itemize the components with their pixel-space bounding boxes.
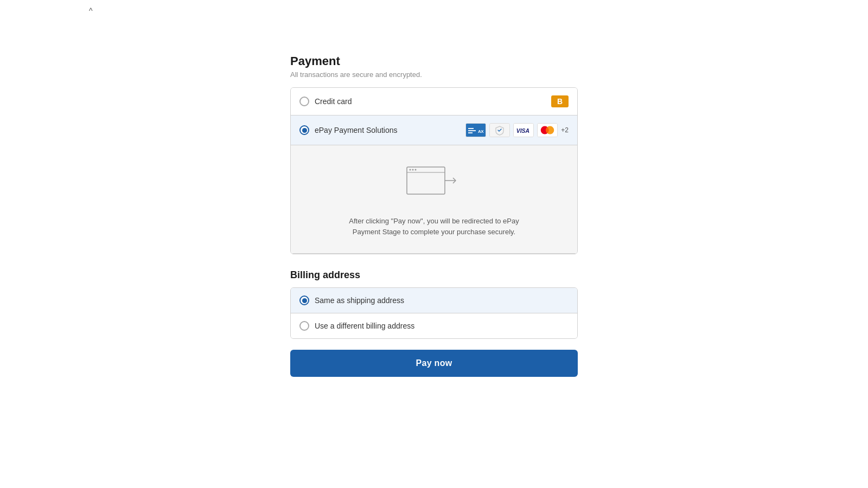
svg-point-13 <box>410 169 411 171</box>
same-shipping-radio[interactable] <box>299 296 309 305</box>
shield-icon <box>489 123 510 137</box>
same-as-shipping-option[interactable]: Same as shipping address <box>291 288 577 313</box>
visa-icon: VISA <box>513 123 534 137</box>
amex-icon: AX <box>465 123 486 137</box>
billing-options-container: Same as shipping address Use a different… <box>290 287 578 339</box>
svg-rect-11 <box>407 167 445 194</box>
different-billing-label: Use a different billing address <box>315 322 414 330</box>
b-icon-label: B <box>557 97 563 106</box>
epay-icons: AX VISA <box>465 123 569 137</box>
svg-rect-1 <box>468 128 474 129</box>
back-arrow-button[interactable]: ^ <box>87 4 95 17</box>
redirect-text: After clicking "Pay now", you will be re… <box>349 216 519 237</box>
different-billing-radio[interactable] <box>299 321 309 331</box>
browser-icon <box>401 162 467 205</box>
same-shipping-label: Same as shipping address <box>315 296 404 305</box>
credit-card-option[interactable]: Credit card B <box>291 88 577 115</box>
redirect-graphic <box>401 162 467 207</box>
b-icon: B <box>551 95 569 107</box>
redirect-line2: Payment Stage to complete your purchase … <box>353 228 515 236</box>
redirect-line1: After clicking "Pay now", you will be re… <box>349 217 519 225</box>
svg-rect-2 <box>468 130 476 131</box>
payment-title: Payment <box>290 54 578 68</box>
different-billing-option[interactable]: Use a different billing address <box>291 313 577 338</box>
credit-card-radio[interactable] <box>299 97 309 106</box>
epay-content: ePay Payment Solutions <box>299 125 465 135</box>
payment-content: Payment All transactions are secure and … <box>290 54 578 377</box>
svg-point-15 <box>415 169 417 171</box>
billing-title: Billing address <box>290 269 578 281</box>
credit-card-content: Credit card <box>299 97 551 106</box>
svg-text:AX: AX <box>478 129 484 134</box>
epay-radio[interactable] <box>299 125 309 135</box>
credit-card-label: Credit card <box>315 97 352 106</box>
epay-label: ePay Payment Solutions <box>315 126 398 134</box>
plus-more-label: +2 <box>561 126 569 134</box>
mastercard-icon <box>537 123 558 137</box>
epay-option[interactable]: ePay Payment Solutions AX <box>291 115 577 145</box>
svg-text:VISA: VISA <box>516 128 529 134</box>
pay-now-button[interactable]: Pay now <box>290 350 578 377</box>
payment-subtitle: All transactions are secure and encrypte… <box>290 70 578 79</box>
svg-point-14 <box>412 169 414 171</box>
payment-options-container: Credit card B ePay Payment Solutions <box>290 87 578 254</box>
page-container: Payment All transactions are secure and … <box>0 0 868 377</box>
credit-card-icons: B <box>551 95 569 107</box>
svg-rect-3 <box>468 132 473 133</box>
redirect-section: After clicking "Pay now", you will be re… <box>291 145 577 254</box>
